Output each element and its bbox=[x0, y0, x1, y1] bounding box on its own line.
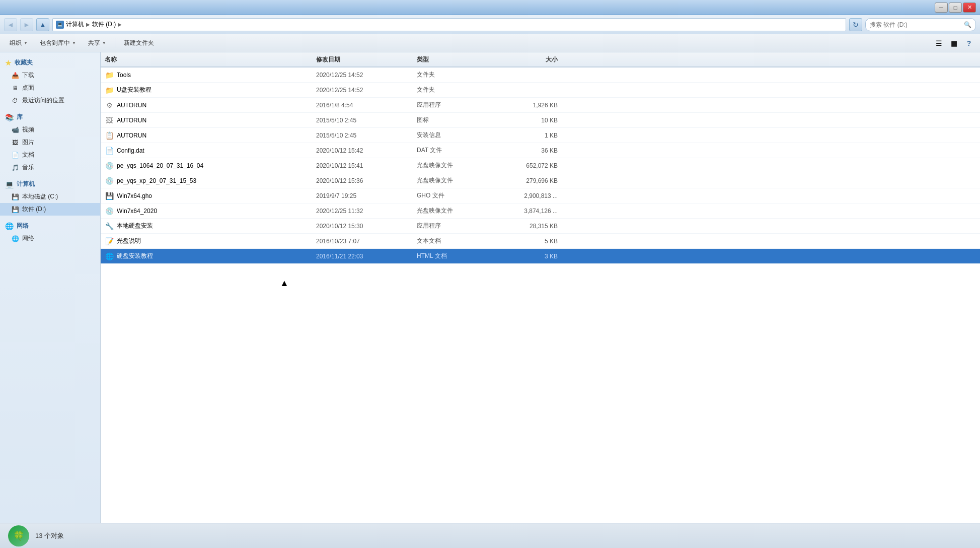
network-nav-icon: 🌐 bbox=[5, 222, 14, 230]
file-type-icon: 💿 bbox=[105, 176, 114, 185]
file-type-cell: GHO 文件 bbox=[417, 191, 492, 200]
file-name-cell: 📋 AUTORUN bbox=[105, 131, 316, 140]
video-label: 视频 bbox=[22, 125, 34, 134]
include-arrow: ▼ bbox=[72, 41, 76, 45]
breadcrumb-sep2: ▶ bbox=[118, 22, 122, 27]
search-box[interactable]: 🔍 bbox=[865, 18, 976, 31]
file-type-icon: 💿 bbox=[105, 161, 114, 170]
file-type-cell: 光盘映像文件 bbox=[417, 176, 492, 185]
col-header-date[interactable]: 修改日期 bbox=[316, 55, 417, 64]
table-row[interactable]: 📁 U盘安装教程 2020/12/25 14:52 文件夹 bbox=[101, 83, 980, 98]
include-button[interactable]: 包含到库中 ▼ bbox=[34, 36, 82, 50]
help-button[interactable]: ? bbox=[962, 36, 976, 50]
table-row[interactable]: 💿 pe_yqs_1064_20_07_31_16_04 2020/10/12 … bbox=[101, 158, 980, 173]
share-button[interactable]: 共享 ▼ bbox=[83, 36, 112, 50]
file-date-cell: 2015/5/10 2:45 bbox=[316, 117, 417, 124]
file-type-cell: 图标 bbox=[417, 116, 492, 124]
up-button[interactable]: ▲ bbox=[36, 18, 49, 31]
table-row[interactable]: 💾 Win7x64.gho 2019/9/7 19:25 GHO 文件 2,90… bbox=[101, 188, 980, 203]
file-size-cell: 1,926 KB bbox=[492, 102, 558, 109]
table-row[interactable]: 🖼 AUTORUN 2015/5/10 2:45 图标 10 KB bbox=[101, 113, 980, 128]
file-name-text: AUTORUN bbox=[117, 102, 146, 109]
table-row[interactable]: 🌐 硬盘安装教程 2016/11/21 22:03 HTML 文档 3 KB bbox=[101, 249, 980, 264]
file-date-cell: 2019/9/7 19:25 bbox=[316, 192, 417, 199]
table-row[interactable]: 📄 Config.dat 2020/10/12 15:42 DAT 文件 36 … bbox=[101, 143, 980, 158]
sidebar-item-desktop[interactable]: 🖥 桌面 bbox=[0, 82, 100, 94]
close-button[interactable]: ✕ bbox=[963, 3, 976, 13]
file-type-icon: 📋 bbox=[105, 131, 114, 140]
images-label: 图片 bbox=[22, 138, 34, 147]
file-name-text: 硬盘安装教程 bbox=[117, 252, 153, 260]
col-header-name[interactable]: 名称 bbox=[105, 55, 316, 64]
download-folder-icon: 📥 bbox=[11, 72, 19, 80]
sidebar-item-drive-d[interactable]: 💾 软件 (D:) bbox=[0, 203, 100, 216]
organize-button[interactable]: 组织 ▼ bbox=[4, 36, 33, 50]
file-name-cell: 🌐 硬盘安装教程 bbox=[105, 252, 316, 261]
file-name-cell: 💿 Win7x64_2020 bbox=[105, 207, 316, 216]
sidebar-item-video[interactable]: 📹 视频 bbox=[0, 123, 100, 136]
include-label: 包含到库中 bbox=[40, 39, 70, 47]
search-input[interactable] bbox=[870, 21, 962, 28]
drive-d-label: 软件 (D:) bbox=[22, 205, 46, 214]
file-size-cell: 36 KB bbox=[492, 147, 558, 154]
file-date-cell: 2020/10/12 15:36 bbox=[316, 177, 417, 184]
table-row[interactable]: 📁 Tools 2020/12/25 14:52 文件夹 bbox=[101, 67, 980, 83]
window-controls: ─ □ ✕ bbox=[935, 3, 976, 13]
sidebar-computer-header[interactable]: 💻 计算机 bbox=[0, 178, 100, 190]
music-label: 音乐 bbox=[22, 163, 34, 172]
sidebar-item-network[interactable]: 🌐 网络 bbox=[0, 232, 100, 245]
documents-icon: 📄 bbox=[11, 151, 19, 159]
breadcrumb[interactable]: 💻 计算机 ▶ 软件 (D:) ▶ bbox=[52, 18, 846, 31]
file-date-cell: 2020/10/12 15:42 bbox=[316, 147, 417, 154]
toolbar-separator bbox=[115, 38, 115, 48]
sidebar-item-music[interactable]: 🎵 音乐 bbox=[0, 161, 100, 174]
sidebar-libraries-header[interactable]: 📚 库 bbox=[0, 111, 100, 123]
images-icon: 🖼 bbox=[11, 139, 19, 147]
maximize-button[interactable]: □ bbox=[949, 3, 962, 13]
minimize-button[interactable]: ─ bbox=[935, 3, 948, 13]
table-row[interactable]: 💿 Win7x64_2020 2020/12/25 11:32 光盘映像文件 3… bbox=[101, 203, 980, 219]
sidebar-network-section: 🌐 网络 🌐 网络 bbox=[0, 220, 100, 245]
file-type-icon: 💾 bbox=[105, 191, 114, 200]
file-type-cell: 应用程序 bbox=[417, 101, 492, 109]
sidebar-item-images[interactable]: 🖼 图片 bbox=[0, 136, 100, 149]
sidebar-item-download[interactable]: 📥 下载 bbox=[0, 69, 100, 82]
star-icon: ★ bbox=[5, 59, 12, 67]
file-type-cell: 光盘映像文件 bbox=[417, 161, 492, 170]
table-row[interactable]: 📋 AUTORUN 2015/5/10 2:45 安装信息 1 KB bbox=[101, 128, 980, 143]
table-row[interactable]: 📝 光盘说明 2016/10/23 7:07 文本文档 5 KB bbox=[101, 234, 980, 249]
sidebar-favorites-header[interactable]: ★ 收藏夹 bbox=[0, 56, 100, 69]
new-folder-button[interactable]: 新建文件夹 bbox=[118, 36, 160, 50]
network-item-icon: 🌐 bbox=[11, 235, 19, 243]
recent-icon: ⏱ bbox=[11, 97, 19, 105]
recent-label: 最近访问的位置 bbox=[22, 96, 64, 105]
file-size-cell: 3,874,126 ... bbox=[492, 208, 558, 215]
view-change-button[interactable]: ☰ bbox=[932, 36, 946, 50]
file-size-cell: 10 KB bbox=[492, 117, 558, 124]
sidebar-item-documents[interactable]: 📄 文档 bbox=[0, 149, 100, 161]
file-name-cell: ⚙ AUTORUN bbox=[105, 101, 316, 110]
col-header-type[interactable]: 类型 bbox=[417, 55, 492, 64]
table-row[interactable]: 🔧 本地硬盘安装 2020/10/12 15:30 应用程序 28,315 KB bbox=[101, 219, 980, 234]
sidebar-item-drive-c[interactable]: 💾 本地磁盘 (C:) bbox=[0, 190, 100, 203]
breadcrumb-drive[interactable]: 软件 (D:) bbox=[92, 20, 116, 29]
col-header-size[interactable]: 大小 bbox=[492, 55, 558, 64]
status-count: 13 个对象 bbox=[35, 531, 64, 540]
file-type-icon: ⚙ bbox=[105, 101, 114, 110]
sidebar-item-recent[interactable]: ⏱ 最近访问的位置 bbox=[0, 94, 100, 107]
file-name-text: Win7x64_2020 bbox=[117, 208, 157, 215]
desktop-label: 桌面 bbox=[22, 84, 34, 92]
table-row[interactable]: ⚙ AUTORUN 2016/1/8 4:54 应用程序 1,926 KB bbox=[101, 98, 980, 113]
breadcrumb-computer[interactable]: 计算机 bbox=[66, 20, 84, 29]
back-button[interactable]: ◄ bbox=[4, 18, 17, 31]
table-row[interactable]: 💿 pe_yqs_xp_20_07_31_15_53 2020/10/12 15… bbox=[101, 173, 980, 188]
file-size-cell: 2,900,813 ... bbox=[492, 192, 558, 199]
file-name-cell: 📝 光盘说明 bbox=[105, 237, 316, 246]
sidebar-network-header[interactable]: 🌐 网络 bbox=[0, 220, 100, 232]
forward-button[interactable]: ► bbox=[20, 18, 33, 31]
search-icon[interactable]: 🔍 bbox=[964, 21, 971, 28]
refresh-button[interactable]: ↻ bbox=[849, 18, 862, 31]
file-name-cell: 📁 Tools bbox=[105, 71, 316, 80]
view-details-button[interactable]: ▦ bbox=[947, 36, 961, 50]
file-type-cell: 文件夹 bbox=[417, 71, 492, 79]
